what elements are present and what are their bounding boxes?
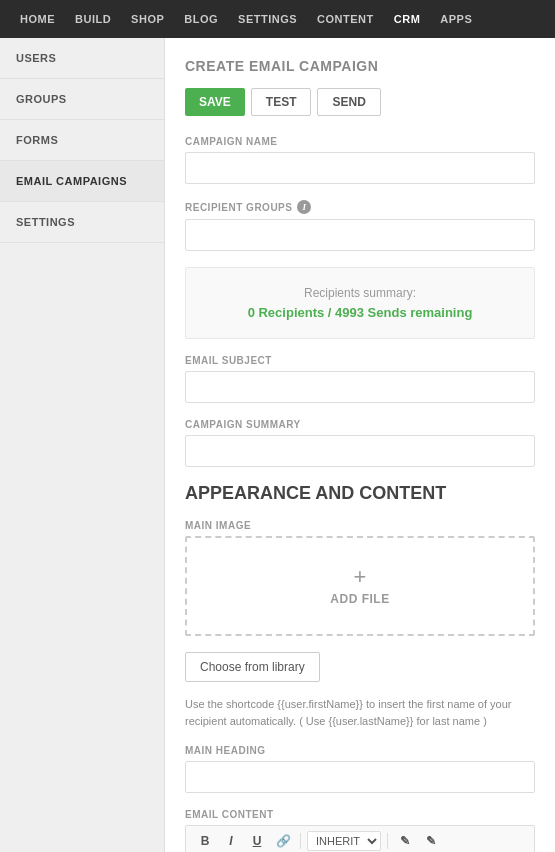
campaign-summary-input[interactable] [185, 435, 535, 467]
editor-toolbar: B I U 🔗 INHERIT ✎ ✎ [185, 825, 535, 852]
campaign-name-group: CAMPAIGN NAME [185, 136, 535, 184]
main-heading-label: MAIN HEADING [185, 745, 535, 756]
toolbar-pencil-2[interactable]: ✎ [420, 830, 442, 852]
email-subject-group: EMAIL SUBJECT [185, 355, 535, 403]
sidebar-item-email-campaigns[interactable]: EMAIL CAMPAIGNS [0, 161, 164, 202]
recipient-groups-group: RECIPIENT GROUPS i [185, 200, 535, 251]
sidebar: USERS GROUPS FORMS EMAIL CAMPAIGNS SETTI… [0, 38, 165, 852]
toolbar-separator-2 [387, 833, 388, 849]
main-heading-group: MAIN HEADING [185, 745, 535, 793]
recipients-summary-value: 0 Recipients / 4993 Sends remaining [204, 305, 516, 320]
page-title: CREATE EMAIL CAMPAIGN [185, 58, 535, 74]
top-nav: HOME BUILD SHOP BLOG SETTINGS CONTENT CR… [0, 0, 555, 38]
campaign-summary-group: CAMPAIGN SUMMARY [185, 419, 535, 467]
nav-build[interactable]: BUILD [65, 0, 121, 38]
nav-apps[interactable]: APPS [430, 0, 482, 38]
campaign-name-input[interactable] [185, 152, 535, 184]
campaign-name-label: CAMPAIGN NAME [185, 136, 535, 147]
email-content-label: EMAIL CONTENT [185, 809, 535, 820]
main-image-group: MAIN IMAGE + ADD FILE [185, 520, 535, 636]
sidebar-item-forms[interactable]: FORMS [0, 120, 164, 161]
nav-settings[interactable]: SETTINGS [228, 0, 307, 38]
inherit-dropdown[interactable]: INHERIT [307, 831, 381, 851]
nav-blog[interactable]: BLOG [174, 0, 228, 38]
recipients-summary-label: Recipients summary: [204, 286, 516, 300]
main-image-label: MAIN IMAGE [185, 520, 535, 531]
main-content: CREATE EMAIL CAMPAIGN SAVE TEST SEND CAM… [165, 38, 555, 852]
appearance-section-title: APPEARANCE AND CONTENT [185, 483, 535, 504]
toolbar-italic[interactable]: I [220, 830, 242, 852]
nav-shop[interactable]: SHOP [121, 0, 174, 38]
recipient-groups-info-icon[interactable]: i [297, 200, 311, 214]
action-buttons: SAVE TEST SEND [185, 88, 535, 116]
recipient-groups-input[interactable] [185, 219, 535, 251]
toolbar-pencil-1[interactable]: ✎ [394, 830, 416, 852]
upload-area[interactable]: + ADD FILE [185, 536, 535, 636]
nav-content[interactable]: CONTENT [307, 0, 384, 38]
email-content-group: EMAIL CONTENT B I U 🔗 INHERIT ✎ ✎ [185, 809, 535, 852]
toolbar-separator [300, 833, 301, 849]
nav-home[interactable]: HOME [10, 0, 65, 38]
sidebar-item-users[interactable]: USERS [0, 38, 164, 79]
toolbar-link[interactable]: 🔗 [272, 830, 294, 852]
campaign-summary-label: CAMPAIGN SUMMARY [185, 419, 535, 430]
upload-plus-icon: + [215, 566, 505, 588]
choose-from-library-button[interactable]: Choose from library [185, 652, 320, 682]
recipient-groups-label: RECIPIENT GROUPS i [185, 200, 535, 214]
email-subject-label: EMAIL SUBJECT [185, 355, 535, 366]
sidebar-item-settings[interactable]: SETTINGS [0, 202, 164, 243]
sidebar-item-groups[interactable]: GROUPS [0, 79, 164, 120]
save-button[interactable]: SAVE [185, 88, 245, 116]
toolbar-bold[interactable]: B [194, 830, 216, 852]
upload-label: ADD FILE [215, 592, 505, 606]
email-subject-input[interactable] [185, 371, 535, 403]
main-heading-input[interactable] [185, 761, 535, 793]
test-button[interactable]: TEST [251, 88, 312, 116]
recipients-summary: Recipients summary: 0 Recipients / 4993 … [185, 267, 535, 339]
toolbar-underline[interactable]: U [246, 830, 268, 852]
shortcode-hint: Use the shortcode {{user.firstName}} to … [185, 696, 535, 729]
nav-crm[interactable]: CRM [384, 0, 431, 38]
send-button[interactable]: SEND [317, 88, 380, 116]
